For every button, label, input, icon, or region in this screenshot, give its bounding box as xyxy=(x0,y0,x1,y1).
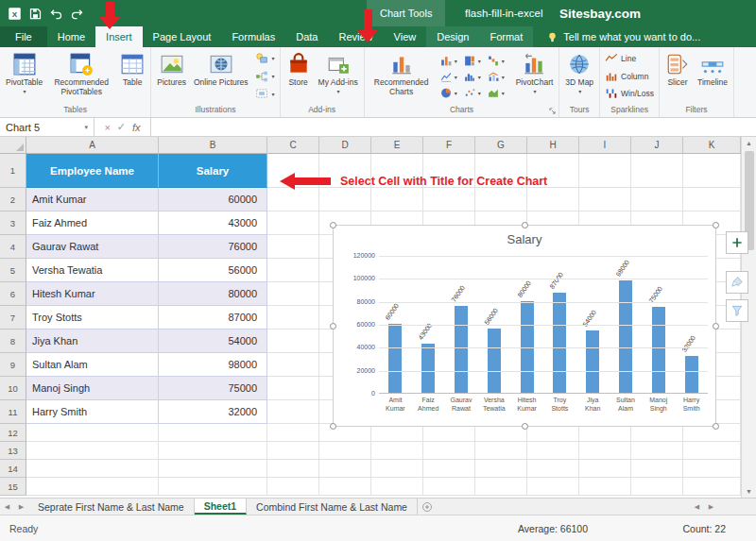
dialog-launcher-icon[interactable] xyxy=(548,107,557,115)
chart-handle[interactable] xyxy=(330,423,336,430)
cell-I1[interactable] xyxy=(579,154,631,188)
scroll-down-icon[interactable]: ▼ xyxy=(746,485,752,498)
redo-icon[interactable] xyxy=(70,7,84,21)
formula-input[interactable] xyxy=(151,118,756,136)
row-header-6[interactable]: 6 xyxy=(0,282,26,306)
row-header-11[interactable]: 11 xyxy=(0,400,26,424)
sheet-nav-left-icon[interactable]: ◀ xyxy=(0,499,14,515)
cell-B9[interactable]: 98000 xyxy=(159,353,267,377)
cell-K1[interactable] xyxy=(683,154,741,188)
chart-bar[interactable] xyxy=(421,344,435,393)
cell-D2[interactable] xyxy=(319,188,371,211)
column-chart-button[interactable]: ▾ xyxy=(438,53,461,69)
cell-C7[interactable] xyxy=(267,306,319,330)
cell-B4[interactable]: 76000 xyxy=(159,235,267,259)
column-header-C[interactable]: C xyxy=(267,137,319,154)
scroll-up-icon[interactable]: ▲ xyxy=(746,137,752,149)
cell-E15[interactable] xyxy=(371,478,423,496)
cancel-icon[interactable]: × xyxy=(104,122,110,133)
column-header-H[interactable]: H xyxy=(527,137,579,154)
column-header-A[interactable]: A xyxy=(26,137,159,154)
pivottable-button[interactable]: PivotTable▾ xyxy=(3,49,45,103)
chart-handle[interactable] xyxy=(522,423,528,430)
chart-elements-button[interactable] xyxy=(726,231,748,254)
tell-me-box[interactable]: Tell me what you want to do... xyxy=(546,26,700,47)
cell-I2[interactable] xyxy=(579,188,631,211)
cell-A12[interactable] xyxy=(26,424,159,442)
column-header-F[interactable]: F xyxy=(423,137,475,154)
cell-E2[interactable] xyxy=(371,188,423,211)
cell-C2[interactable] xyxy=(267,188,319,211)
cell-C13[interactable] xyxy=(267,442,319,460)
cell-B5[interactable]: 56000 xyxy=(159,259,267,282)
row-header-7[interactable]: 7 xyxy=(0,306,26,330)
column-button[interactable]: Column xyxy=(603,68,656,85)
cell-F2[interactable] xyxy=(423,188,475,211)
sheet-tab-seprate-first-name-last-name[interactable]: Seprate First Name & Last Name xyxy=(28,499,195,515)
chart-title[interactable]: Salary xyxy=(334,232,715,246)
my-add-ins-button[interactable]: My Add-ins▾ xyxy=(316,49,361,103)
chart-handle[interactable] xyxy=(713,423,719,430)
cell-C6[interactable] xyxy=(267,282,319,306)
cell-B7[interactable]: 87000 xyxy=(159,306,267,330)
cell-K2[interactable] xyxy=(683,188,741,211)
pivotchart-button[interactable]: PivotChart▾ xyxy=(513,49,557,103)
insert-function-icon[interactable]: fx xyxy=(132,122,141,133)
waterfall-chart-button[interactable]: ▾ xyxy=(485,53,508,69)
chart-handle[interactable] xyxy=(330,222,336,228)
cell-C14[interactable] xyxy=(267,460,319,478)
cell-A3[interactable]: Faiz Ahmed xyxy=(26,211,159,235)
screenshot-button[interactable]: ▾ xyxy=(253,85,277,102)
cell-B10[interactable]: 75000 xyxy=(159,377,267,400)
cell-H15[interactable] xyxy=(527,478,579,496)
chart-bar[interactable] xyxy=(553,293,566,393)
cell-C15[interactable] xyxy=(267,478,319,496)
pie-chart-button[interactable]: ▾ xyxy=(438,85,461,101)
smartart-button[interactable]: ▾ xyxy=(253,68,277,85)
cell-B14[interactable] xyxy=(159,460,267,478)
cell-A2[interactable]: Amit Kumar xyxy=(26,188,159,211)
chart-bar[interactable] xyxy=(388,324,402,393)
scatter-chart-button[interactable]: ▾ xyxy=(461,85,485,101)
cell-C5[interactable] xyxy=(267,259,319,282)
cell-J15[interactable] xyxy=(631,478,683,496)
area-chart-button[interactable]: ▾ xyxy=(485,85,508,101)
ribbon-tab-page-layout[interactable]: Page Layout xyxy=(143,26,222,47)
column-header-I[interactable]: I xyxy=(579,137,631,154)
cell-B6[interactable]: 80000 xyxy=(159,282,267,306)
row-header-14[interactable]: 14 xyxy=(0,460,26,478)
ribbon-tab-design[interactable]: Design xyxy=(426,26,479,47)
cell-A13[interactable] xyxy=(26,442,159,460)
new-sheet-button[interactable] xyxy=(418,499,437,515)
row-header-8[interactable]: 8 xyxy=(0,330,26,353)
cell-A8[interactable]: Jiya Khan xyxy=(26,330,159,353)
combo-chart-button[interactable]: ▾ xyxy=(485,69,508,85)
cell-J13[interactable] xyxy=(631,442,683,460)
chart-handle[interactable] xyxy=(713,222,719,228)
cell-I15[interactable] xyxy=(579,478,631,496)
cell-A5[interactable]: Versha Tewatia xyxy=(26,259,159,282)
cell-B3[interactable]: 43000 xyxy=(159,211,267,235)
cell-C9[interactable] xyxy=(267,353,319,377)
ribbon-tab-formulas[interactable]: Formulas xyxy=(221,26,285,47)
cell-B13[interactable] xyxy=(159,442,267,460)
cell-D13[interactable] xyxy=(319,442,371,460)
chart-filters-button[interactable] xyxy=(726,299,748,322)
column-header-E[interactable]: E xyxy=(371,137,423,154)
cell-A6[interactable]: Hitesh Kumar xyxy=(26,282,159,306)
cell-C12[interactable] xyxy=(267,424,319,442)
column-header-D[interactable]: D xyxy=(319,137,371,154)
cell-I13[interactable] xyxy=(579,442,631,460)
cell-J2[interactable] xyxy=(631,188,683,211)
name-box[interactable]: Chart 5 ▾ xyxy=(0,118,94,136)
cell-H2[interactable] xyxy=(527,188,579,211)
ribbon-tab-file[interactable]: File xyxy=(0,26,47,47)
hierarchy-chart-button[interactable]: ▾ xyxy=(461,53,485,69)
cell-B11[interactable]: 32000 xyxy=(159,400,267,424)
table-button[interactable]: Table xyxy=(117,49,147,103)
chart-handle[interactable] xyxy=(713,323,719,330)
cell-G14[interactable] xyxy=(475,460,527,478)
pictures-button[interactable]: Pictures xyxy=(154,49,189,103)
slicer-button[interactable]: Slicer xyxy=(662,49,693,103)
column-header-B[interactable]: B xyxy=(159,137,267,154)
